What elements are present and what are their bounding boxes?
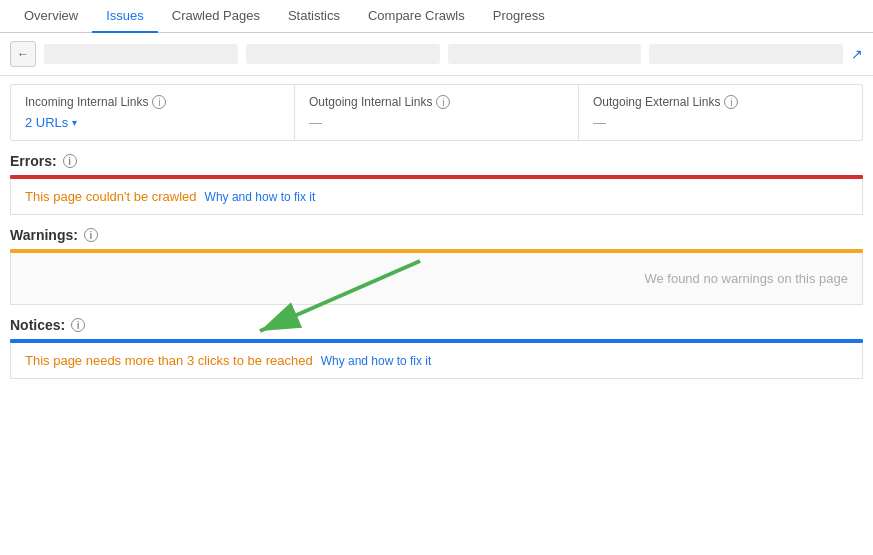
nav-tabs: Overview Issues Crawled Pages Statistics… (0, 0, 873, 33)
warnings-info-icon[interactable]: i (84, 228, 98, 242)
incoming-links-label: Incoming Internal Links (25, 95, 148, 109)
tab-crawled-pages[interactable]: Crawled Pages (158, 0, 274, 33)
url-placeholder-1 (44, 44, 238, 64)
tab-issues[interactable]: Issues (92, 0, 158, 33)
outgoing-external-value: — (593, 115, 848, 130)
back-button[interactable]: ← (10, 41, 36, 67)
incoming-links-chevron: ▾ (72, 117, 77, 128)
notices-info-icon[interactable]: i (71, 318, 85, 332)
links-section: Incoming Internal Links i 2 URLs ▾ Outgo… (10, 84, 863, 141)
tab-compare-crawls[interactable]: Compare Crawls (354, 0, 479, 33)
warnings-empty-state: We found no warnings on this page (10, 253, 863, 305)
notices-issue-text: This page needs more than 3 clicks to be… (25, 353, 313, 368)
incoming-links-value[interactable]: 2 URLs ▾ (25, 115, 280, 130)
incoming-links-title: Incoming Internal Links i (25, 95, 280, 109)
url-bar: ← ↗ (0, 33, 873, 76)
outgoing-internal-label: Outgoing Internal Links (309, 95, 432, 109)
external-link-icon[interactable]: ↗ (851, 46, 863, 62)
notices-title: Notices: (10, 317, 65, 333)
outgoing-external-info-icon[interactable]: i (724, 95, 738, 109)
notices-fix-link[interactable]: Why and how to fix it (321, 354, 432, 368)
errors-header: Errors: i (10, 153, 863, 169)
errors-issue-row: This page couldn't be crawled Why and ho… (10, 179, 863, 215)
notices-header: Notices: i (10, 317, 863, 333)
outgoing-internal-value: — (309, 115, 564, 130)
outgoing-external-links-col: Outgoing External Links i — (579, 85, 862, 140)
tab-statistics[interactable]: Statistics (274, 0, 354, 33)
warnings-header: Warnings: i (10, 227, 863, 243)
errors-fix-link[interactable]: Why and how to fix it (205, 190, 316, 204)
outgoing-internal-title: Outgoing Internal Links i (309, 95, 564, 109)
errors-title: Errors: (10, 153, 57, 169)
tab-overview[interactable]: Overview (10, 0, 92, 33)
warnings-title: Warnings: (10, 227, 78, 243)
url-placeholder-3 (448, 44, 642, 64)
errors-section: Errors: i This page couldn't be crawled … (10, 153, 863, 215)
url-placeholder-4 (649, 44, 843, 64)
warnings-section: Warnings: i We found no warnings on this… (10, 227, 863, 305)
incoming-links-count: 2 URLs (25, 115, 68, 130)
errors-info-icon[interactable]: i (63, 154, 77, 168)
errors-issue-text: This page couldn't be crawled (25, 189, 197, 204)
notices-section: Notices: i This page needs more than 3 c… (10, 317, 863, 379)
outgoing-internal-info-icon[interactable]: i (436, 95, 450, 109)
outgoing-external-title: Outgoing External Links i (593, 95, 848, 109)
url-placeholder-2 (246, 44, 440, 64)
outgoing-internal-links-col: Outgoing Internal Links i — (295, 85, 579, 140)
outgoing-external-label: Outgoing External Links (593, 95, 720, 109)
incoming-links-col: Incoming Internal Links i 2 URLs ▾ (11, 85, 295, 140)
incoming-links-info-icon[interactable]: i (152, 95, 166, 109)
notices-issue-row: This page needs more than 3 clicks to be… (10, 343, 863, 379)
tab-progress[interactable]: Progress (479, 0, 559, 33)
